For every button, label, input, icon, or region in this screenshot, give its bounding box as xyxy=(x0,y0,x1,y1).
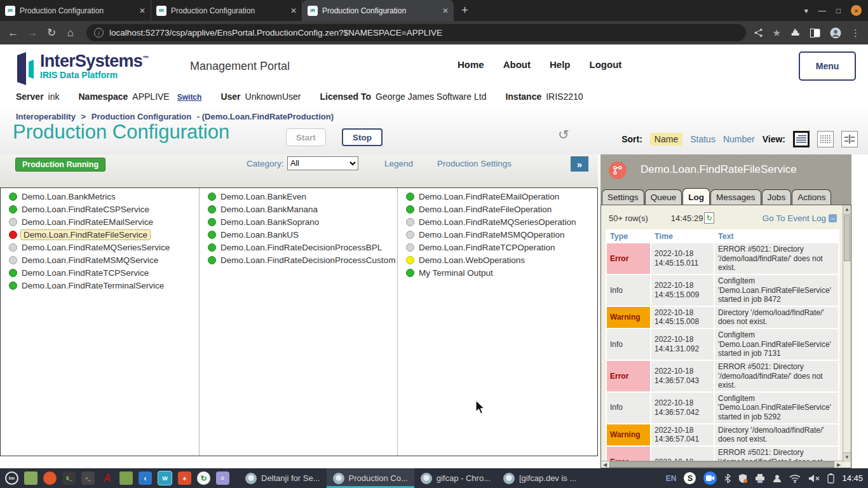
config-item-name[interactable]: Demo.Loan.FindRateTerminalService xyxy=(22,281,164,290)
taskbar-clock[interactable]: 14:45 xyxy=(842,473,863,483)
new-tab-button[interactable]: + xyxy=(461,3,468,17)
config-item[interactable]: Demo.Loan.FindRateFileService xyxy=(1,228,199,241)
config-item-name[interactable]: Demo.Loan.WebOperations xyxy=(419,255,525,265)
config-item-name[interactable]: Demo.Loan.FindRateFileService xyxy=(20,229,151,240)
shield-icon[interactable] xyxy=(738,473,747,484)
switch-link[interactable]: Switch xyxy=(177,93,202,102)
config-item-name[interactable]: Demo.Loan.FindRateMQSeriesService xyxy=(22,243,170,252)
breadcrumb-page[interactable]: Production Configuration xyxy=(92,112,191,121)
taskbar-app-icon[interactable]: A xyxy=(100,471,114,485)
config-item[interactable]: My Terminal Output xyxy=(398,266,597,279)
reload-icon[interactable]: ↻ xyxy=(43,26,60,39)
horizontal-scroll-thumb[interactable] xyxy=(609,461,834,468)
config-item[interactable]: Demo.Loan.BankMetrics xyxy=(1,190,199,203)
sort-by-number[interactable]: Number xyxy=(723,134,755,144)
taskbar-app-icon[interactable]: W xyxy=(158,471,172,485)
start-button[interactable]: Start xyxy=(286,128,326,146)
taskbar-window-button[interactable]: [gifcap.dev is ... xyxy=(497,468,583,488)
config-item[interactable]: Demo.Loan.FindRateDecisionProcessBPL xyxy=(200,241,397,254)
close-window-icon[interactable]: × xyxy=(851,5,862,16)
tab-close-icon[interactable]: ✕ xyxy=(442,6,449,15)
tab-close-icon[interactable]: ✕ xyxy=(139,6,146,15)
video-camera-tray-icon[interactable] xyxy=(703,471,717,485)
config-item[interactable]: Demo.Loan.FindRateMSMQService xyxy=(1,254,199,266)
config-item-name[interactable]: Demo.Loan.FindRateCSPService xyxy=(22,205,149,214)
browser-tab[interactable]: IR Production Configuration ✕ xyxy=(151,0,302,21)
config-item-name[interactable]: Demo.Loan.FindRateEMailOperation xyxy=(419,192,559,201)
config-item-name[interactable]: My Terminal Output xyxy=(419,268,493,278)
stop-button[interactable]: Stop xyxy=(342,128,383,146)
extensions-puzzle-icon[interactable] xyxy=(790,28,801,38)
user-icon[interactable] xyxy=(773,474,782,483)
taskbar-window-button[interactable]: gifcap - Chro... xyxy=(414,468,497,488)
portal-nav-link[interactable]: Logout xyxy=(590,59,622,70)
config-item-name[interactable]: Demo.Loan.BankEven xyxy=(220,192,306,201)
config-item[interactable]: Demo.Loan.FindRateFileOperation xyxy=(398,203,597,215)
browser-menu-icon[interactable]: ⋮ xyxy=(851,27,860,39)
config-item[interactable]: Demo.Loan.FindRateMSMQOperation xyxy=(398,228,597,241)
portal-nav-link[interactable]: Help xyxy=(550,59,571,70)
go-to-event-log-link[interactable]: Go To Event Log → xyxy=(763,214,837,223)
site-info-icon[interactable]: i xyxy=(94,28,104,37)
log-vertical-scrollbar[interactable]: ▲ ▼ xyxy=(843,205,851,462)
log-header-type[interactable]: Type xyxy=(607,231,650,242)
taskbar-app-icon[interactable] xyxy=(24,471,37,485)
address-bar[interactable]: i localhost:52773/csp/applive/EnsPortal.… xyxy=(86,24,746,41)
config-item[interactable]: Demo.Loan.FindRateMQSeriesOperation xyxy=(398,215,597,228)
bluetooth-icon[interactable] xyxy=(724,473,731,484)
view-split-icon[interactable] xyxy=(841,131,858,147)
config-item-name[interactable]: Demo.Loan.FindRateMSMQService xyxy=(22,255,158,265)
battery-icon[interactable] xyxy=(827,473,834,484)
taskbar-app-icon[interactable]: >_ xyxy=(81,471,95,485)
breadcrumb-root[interactable]: Interoperability xyxy=(16,112,76,121)
config-item[interactable]: Demo.Loan.BankSoprano xyxy=(200,215,397,228)
legend-link[interactable]: Legend xyxy=(384,159,413,168)
log-refresh-icon[interactable]: ↻ xyxy=(704,212,714,224)
scroll-right-arrow[interactable]: ▶ xyxy=(835,462,843,468)
taskbar-app-icon[interactable] xyxy=(119,471,133,485)
taskbar-app-icon[interactable]: $_ xyxy=(62,471,76,485)
config-item-name[interactable]: Demo.Loan.FindRateTCPService xyxy=(22,268,149,278)
taskbar-app-icon[interactable]: ≡ xyxy=(216,471,229,485)
category-select[interactable]: All xyxy=(287,156,358,170)
view-grid-icon[interactable] xyxy=(817,131,834,147)
sort-by-status[interactable]: Status xyxy=(690,134,715,144)
keyboard-layout-indicator[interactable]: EN xyxy=(666,474,677,483)
panel-tab[interactable]: Jobs xyxy=(762,189,792,205)
config-item-name[interactable]: Demo.Loan.BankManana xyxy=(220,205,318,214)
taskbar-app-icon[interactable] xyxy=(43,471,57,485)
browser-chevron-icon[interactable]: ▾ xyxy=(804,6,808,15)
sort-by-name[interactable]: Name xyxy=(650,133,682,146)
taskbar-app-icon[interactable]: + xyxy=(178,471,191,485)
expand-panel-button[interactable]: » xyxy=(571,156,588,172)
printer-icon[interactable] xyxy=(755,474,765,483)
config-item-name[interactable]: Demo.Loan.FindRateMSMQOperation xyxy=(419,230,565,240)
config-item-name[interactable]: Demo.Loan.FindRateDecisionProcessCustom xyxy=(220,255,395,265)
taskbar-app-icon[interactable]: lm xyxy=(5,471,18,485)
view-list-icon[interactable] xyxy=(793,131,810,147)
taskbar-app-icon[interactable]: ↻ xyxy=(197,471,210,485)
portal-nav-link[interactable]: About xyxy=(503,59,531,70)
config-item[interactable]: Demo.Loan.FindRateCSPService xyxy=(1,203,199,215)
taskbar-app-icon[interactable]: ‹ xyxy=(139,471,152,485)
config-item[interactable]: Demo.Loan.FindRateTCPService xyxy=(1,266,199,279)
menu-button[interactable]: Menu xyxy=(799,51,856,81)
config-item[interactable]: Demo.Loan.FindRateEMailService xyxy=(1,215,199,228)
skype-tray-icon[interactable]: S xyxy=(684,472,696,484)
wifi-icon[interactable] xyxy=(789,474,801,483)
panel-tab[interactable]: Log xyxy=(682,188,710,205)
minimize-icon[interactable]: — xyxy=(818,6,826,15)
config-item-name[interactable]: Demo.Loan.FindRateTCPOperation xyxy=(419,243,555,252)
config-item[interactable]: Demo.Loan.FindRateTerminalService xyxy=(1,279,199,292)
scroll-down-arrow[interactable]: ▼ xyxy=(843,452,851,462)
scroll-up-arrow[interactable]: ▲ xyxy=(843,205,851,215)
config-item-name[interactable]: Demo.Loan.FindRateFileOperation xyxy=(419,205,552,214)
maximize-icon[interactable]: □ xyxy=(836,6,841,15)
panel-tab[interactable]: Settings xyxy=(602,189,644,205)
config-item-name[interactable]: Demo.Loan.FindRateEMailService xyxy=(22,217,153,227)
log-header-text[interactable]: Text xyxy=(715,231,838,242)
browser-tab[interactable]: IR Production Configuration ✕ xyxy=(302,0,454,21)
taskbar-window-button[interactable]: Production Co... xyxy=(327,468,414,488)
config-item-name[interactable]: Demo.Loan.BankUS xyxy=(220,230,299,240)
forward-icon[interactable]: → xyxy=(24,27,41,39)
